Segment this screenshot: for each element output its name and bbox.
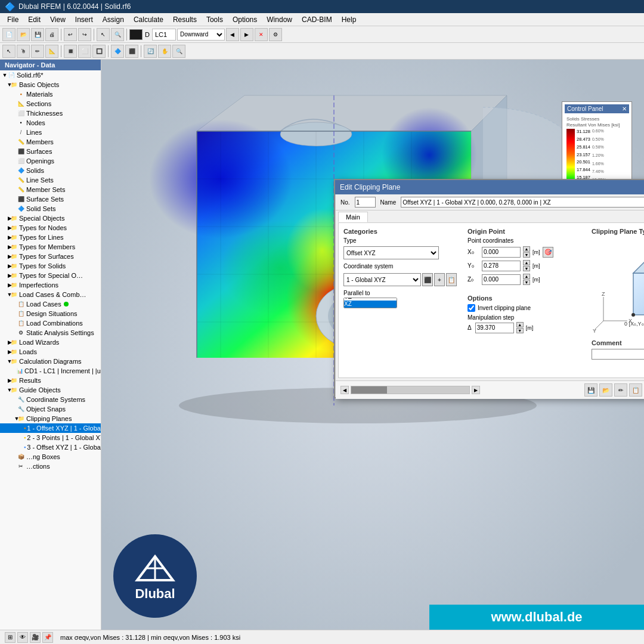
nav-item-object-snaps[interactable]: 🔧 Object Snaps: [0, 404, 101, 414]
toolbar-select[interactable]: ↖: [97, 28, 110, 41]
nav-item-openings[interactable]: ⬜ Openings: [0, 156, 101, 166]
cp-close-btn[interactable]: ✕: [622, 106, 627, 112]
type-select[interactable]: Offset XYZ: [343, 246, 439, 259]
footer-save-btn[interactable]: 💾: [584, 383, 597, 397]
comment-input[interactable]: [592, 349, 644, 360]
toolbar2-view2[interactable]: ⬜: [78, 45, 91, 58]
toolbar2-front[interactable]: ⬛: [125, 45, 138, 58]
nav-item-solid-sets[interactable]: 🔷 Solid Sets: [0, 204, 101, 213]
nav-item-types-solids[interactable]: ▶ 📁 Types for Solids: [0, 261, 101, 271]
toggle-icon[interactable]: ▶: [0, 262, 10, 270]
nav-item-cd1[interactable]: 📊 CD1 - LC1 | Increment | |u|: [0, 366, 101, 376]
z0-down[interactable]: ▼: [523, 280, 530, 285]
toggle-icon[interactable]: ▼: [0, 358, 10, 365]
toolbar2-pan[interactable]: ✋: [158, 45, 171, 58]
nav-item-clip2[interactable]: ▪ 2 - 3 Points | 1 - Global XYZ | -: [0, 433, 101, 442]
status-home-btn[interactable]: ⊞: [5, 632, 16, 643]
menu-view[interactable]: View: [45, 14, 70, 25]
nav-item-materials[interactable]: ▪ Materials: [0, 89, 101, 99]
nav-item-line-sets[interactable]: 📏 Line Sets: [0, 175, 101, 185]
toggle-icon[interactable]: ▶: [0, 224, 10, 231]
y0-up[interactable]: ▲: [523, 260, 530, 265]
nav-item-loads[interactable]: ▶ 📁 Loads: [0, 347, 101, 357]
nav-item-calc-diagrams[interactable]: ▼ 📁 Calculation Diagrams: [0, 357, 101, 366]
y0-down[interactable]: ▼: [523, 266, 530, 271]
nav-item-sections[interactable]: 📐 Sections: [0, 99, 101, 109]
nav-item-results[interactable]: ▶ 📁 Results: [0, 376, 101, 385]
parallel-listbox[interactable]: XY XZ YZ XZ: [343, 298, 397, 308]
nav-item-guide-objects[interactable]: ▼ 📁 Guide Objects: [0, 385, 101, 395]
toolbar-undo[interactable]: ↩: [64, 28, 77, 41]
coord-sys-btn3[interactable]: 📋: [446, 273, 457, 286]
toggle-icon[interactable]: ▶: [0, 281, 10, 289]
nav-item-types-nodes[interactable]: ▶ 📁 Types for Nodes: [0, 223, 101, 233]
toggle-icon[interactable]: ▼: [0, 415, 17, 422]
toggle-icon[interactable]: ▶: [0, 253, 10, 260]
toolbar2-btn2[interactable]: 🖱: [17, 45, 30, 58]
nav-item-clipping-planes[interactable]: ▼ 📁 Clipping Planes: [0, 414, 101, 423]
toggle-icon[interactable]: ▼: [0, 386, 10, 394]
toolbar-settings[interactable]: ⚙: [269, 28, 282, 41]
menu-window[interactable]: Window: [262, 14, 297, 25]
nav-item-members[interactable]: 📏 Members: [0, 137, 101, 147]
status-eye-btn[interactable]: 👁: [17, 632, 28, 643]
menu-help[interactable]: Help: [337, 14, 361, 25]
toolbar-forward[interactable]: ▶: [240, 28, 253, 41]
footer-load-btn[interactable]: 📂: [599, 383, 612, 397]
nav-item-design-situations[interactable]: 📋 Design Situations: [0, 309, 101, 318]
z0-up[interactable]: ▲: [523, 274, 530, 279]
menu-file[interactable]: File: [2, 14, 23, 25]
toggle-icon[interactable]: ▶: [0, 234, 10, 241]
status-pin-btn[interactable]: 📌: [42, 632, 53, 643]
toggle-icon[interactable]: ▶: [0, 243, 10, 250]
toolbar-direction-select[interactable]: Downward: [177, 29, 225, 41]
toggle-icon[interactable]: ▼: [0, 81, 10, 88]
toolbar-close[interactable]: ✕: [255, 28, 268, 41]
x0-up[interactable]: ▲: [523, 246, 530, 252]
toolbar-redo[interactable]: ↪: [78, 28, 91, 41]
toolbar2-zoomin[interactable]: 🔍: [172, 45, 185, 58]
toolbar-print[interactable]: 🖨: [45, 28, 58, 41]
manip-down[interactable]: ▼: [516, 328, 524, 333]
nav-item-solids[interactable]: 🔷 Solids: [0, 166, 101, 175]
dialog-tab-main[interactable]: Main: [338, 212, 368, 222]
nav-item-special-objects[interactable]: ▶ 📁 Special Objects: [0, 213, 101, 223]
nav-item-root[interactable]: ▼ 📄 Solid.rf6*: [0, 70, 101, 80]
nav-item-sections-guide[interactable]: ✂ …ctions: [0, 462, 101, 471]
toolbar-save[interactable]: 💾: [31, 28, 44, 41]
nav-item-types-special[interactable]: ▶ 📁 Types for Special O…: [0, 271, 101, 280]
toolbar2-iso[interactable]: 🔷: [111, 45, 124, 58]
toolbar2-view3[interactable]: 🔲: [92, 45, 106, 58]
toggle-icon[interactable]: ▼: [0, 291, 10, 298]
coord-sys-btn1[interactable]: ⬛: [422, 273, 433, 286]
toolbar2-rotate[interactable]: 🔄: [144, 45, 157, 58]
invert-checkbox[interactable]: [467, 304, 475, 312]
menu-results[interactable]: Results: [168, 14, 202, 25]
y0-input[interactable]: [482, 261, 521, 271]
nav-item-bounding-boxes[interactable]: 📦 …ng Boxes: [0, 452, 101, 462]
toggle-icon[interactable]: ▶: [0, 339, 10, 346]
menu-assign[interactable]: Assign: [98, 14, 129, 25]
toolbar2-btn1[interactable]: ↖: [2, 45, 16, 58]
toolbar-zoom[interactable]: 🔍: [111, 28, 124, 41]
toolbar2-btn4[interactable]: 📐: [45, 45, 58, 58]
toolbar-loadcase-input[interactable]: LC1: [152, 29, 176, 41]
nav-item-member-sets[interactable]: 📏 Member Sets: [0, 185, 101, 194]
toggle-icon[interactable]: ▶: [0, 348, 10, 355]
nav-item-lines[interactable]: / Lines: [0, 128, 101, 137]
nav-item-coord-systems[interactable]: 🔧 Coordinate Systems: [0, 395, 101, 404]
nav-item-imperfections[interactable]: ▶ 📁 Imperfections: [0, 280, 101, 290]
menu-cad-bim[interactable]: CAD-BIM: [297, 14, 337, 25]
toolbar-back[interactable]: ◀: [226, 28, 239, 41]
nav-item-clip3[interactable]: ▪ 3 - Offset XYZ | 1 - Global XYZ: [0, 442, 101, 452]
status-cam-btn[interactable]: 🎥: [30, 632, 41, 643]
menu-tools[interactable]: Tools: [202, 14, 228, 25]
manip-input[interactable]: [475, 323, 514, 333]
scroll-left-btn[interactable]: ◀: [340, 386, 349, 394]
toolbar-new[interactable]: 📄: [2, 28, 16, 41]
x0-input[interactable]: [482, 247, 521, 258]
coord-sys-select[interactable]: 1 - Global XYZ: [343, 273, 421, 286]
toggle-icon[interactable]: ▶: [0, 272, 10, 279]
dialog-name-input[interactable]: [401, 197, 644, 208]
scroll-track[interactable]: [351, 386, 470, 394]
